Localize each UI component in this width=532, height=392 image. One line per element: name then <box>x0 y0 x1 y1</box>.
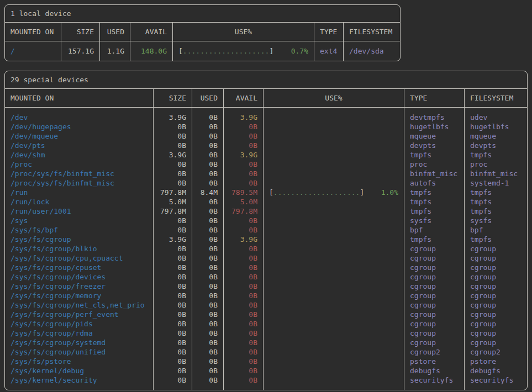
cell-filesystem: tmpfs <box>465 206 527 216</box>
cell-filesystem: devpts <box>465 141 527 150</box>
cell-use <box>264 291 404 300</box>
cell-mounted_on: /sys <box>5 216 153 225</box>
cell-use <box>264 141 404 150</box>
cell-type: tmpfs <box>404 150 464 160</box>
cell-used: 0B <box>192 338 223 347</box>
cell-use <box>264 178 404 188</box>
cell-mounted_on: /sys/fs/cgroup/cpu,cpuacct <box>5 253 153 263</box>
cell-avail: 3.9G <box>224 150 263 160</box>
cell-use: [....................]0.7% <box>173 46 314 56</box>
cell-used: 8.4M <box>192 188 223 197</box>
cell-size: 0B <box>154 141 192 150</box>
cell-avail: 0B <box>224 375 263 385</box>
cell-avail: 0B <box>224 178 263 188</box>
cell-filesystem: tmpfs <box>465 197 527 206</box>
cell-type: mqueue <box>404 131 464 141</box>
cell-type: cgroup <box>404 272 464 282</box>
cell-mounted_on: /sys/fs/cgroup/cpuset <box>5 263 153 272</box>
cell-avail: 3.9G <box>224 235 263 244</box>
cell-filesystem: binfmt_misc <box>465 169 527 178</box>
cell-filesystem: tmpfs <box>465 235 527 244</box>
cell-used: 0B <box>192 206 223 216</box>
cell-size: 3.9G <box>154 235 192 244</box>
cell-type: cgroup <box>404 310 464 319</box>
local-devices-data: /157.1G1.1G148.0G[....................]0… <box>5 41 400 61</box>
column-filesystem: udevhugetlbfsmqueuedevptstmpfsprocbinfmt… <box>465 108 527 390</box>
column-header-avail: AVAIL <box>130 23 173 41</box>
cell-use <box>264 300 404 310</box>
cell-mounted_on: /sys/fs/cgroup/blkio <box>5 244 153 253</box>
cell-use <box>264 244 404 253</box>
cell-used: 0B <box>192 282 223 291</box>
cell-used: 0B <box>192 216 223 225</box>
column-mounted_on: / <box>5 41 61 61</box>
cell-mounted_on: /sys/kernel/security <box>5 375 153 385</box>
cell-size: 0B <box>154 300 192 310</box>
cell-size: 0B <box>154 366 192 375</box>
cell-type: binfmt_misc <box>404 169 464 178</box>
cell-type: securityfs <box>404 375 464 385</box>
cell-avail: 148.0G <box>130 46 172 56</box>
cell-type: debugfs <box>404 366 464 375</box>
cell-filesystem: cgroup <box>465 253 527 263</box>
column-header-mounted_on: MOUNTED ON <box>5 89 154 107</box>
cell-filesystem: cgroup <box>465 338 527 347</box>
usage-percent: 1.0% <box>381 188 398 197</box>
usage-percent: 0.7% <box>291 46 308 56</box>
cell-size: 0B <box>154 319 192 329</box>
cell-avail: 0B <box>224 263 263 272</box>
cell-used: 0B <box>192 113 223 122</box>
local-devices-table: 1 local device MOUNTED ONSIZEUSEDAVAILUS… <box>4 4 401 61</box>
cell-avail: 0B <box>224 357 263 366</box>
special-devices-data: /dev/dev/hugepages/dev/mqueue/dev/pts/de… <box>5 108 527 390</box>
cell-type: cgroup <box>404 291 464 300</box>
cell-size: 0B <box>154 263 192 272</box>
cell-type: cgroup2 <box>404 347 464 357</box>
cell-type: cgroup <box>404 319 464 329</box>
cell-use <box>264 235 404 244</box>
cell-type: ext4 <box>314 46 343 56</box>
cell-use <box>264 329 404 338</box>
cell-mounted_on: /sys/fs/cgroup/systemd <box>5 338 153 347</box>
cell-mounted_on: /sys/fs/cgroup <box>5 235 153 244</box>
cell-used: 0B <box>192 329 223 338</box>
cell-use <box>264 206 404 216</box>
column-header-filesystem: FILESYSTEM <box>344 23 400 41</box>
cell-use <box>264 282 404 291</box>
cell-filesystem: cgroup <box>465 272 527 282</box>
cell-used: 0B <box>192 300 223 310</box>
cell-avail: 0B <box>224 160 263 169</box>
cell-used: 0B <box>192 272 223 282</box>
cell-avail: 0B <box>224 282 263 291</box>
column-header-size: SIZE <box>61 23 100 41</box>
cell-filesystem: cgroup <box>465 244 527 253</box>
cell-use <box>264 113 404 122</box>
cell-used: 0B <box>192 225 223 235</box>
column-size: 157.1G <box>61 41 100 61</box>
cell-mounted_on: /sys/fs/cgroup/net_cls,net_prio <box>5 300 153 310</box>
cell-avail: 0B <box>224 291 263 300</box>
cell-mounted_on: /proc <box>5 160 153 169</box>
cell-used: 0B <box>192 244 223 253</box>
column-avail: 148.0G <box>130 41 173 61</box>
cell-used: 0B <box>192 366 223 375</box>
cell-filesystem: proc <box>465 160 527 169</box>
cell-use <box>264 357 404 366</box>
cell-filesystem: pstore <box>465 357 527 366</box>
cell-use <box>264 366 404 375</box>
cell-use <box>264 131 404 141</box>
column-header-type: TYPE <box>314 23 344 41</box>
cell-used: 0B <box>192 253 223 263</box>
cell-type: tmpfs <box>404 206 464 216</box>
cell-type: hugetlbfs <box>404 122 464 131</box>
cell-filesystem: debugfs <box>465 366 527 375</box>
column-header-use: USE% <box>173 23 314 41</box>
column-header-avail: AVAIL <box>224 89 264 107</box>
cell-mounted_on: /sys/fs/cgroup/unified <box>5 347 153 357</box>
column-filesystem: /dev/sda <box>344 41 400 61</box>
cell-avail: 0B <box>224 216 263 225</box>
cell-size: 0B <box>154 253 192 263</box>
cell-filesystem: cgroup <box>465 319 527 329</box>
cell-mounted_on: / <box>5 46 61 56</box>
cell-mounted_on: /dev/mqueue <box>5 131 153 141</box>
